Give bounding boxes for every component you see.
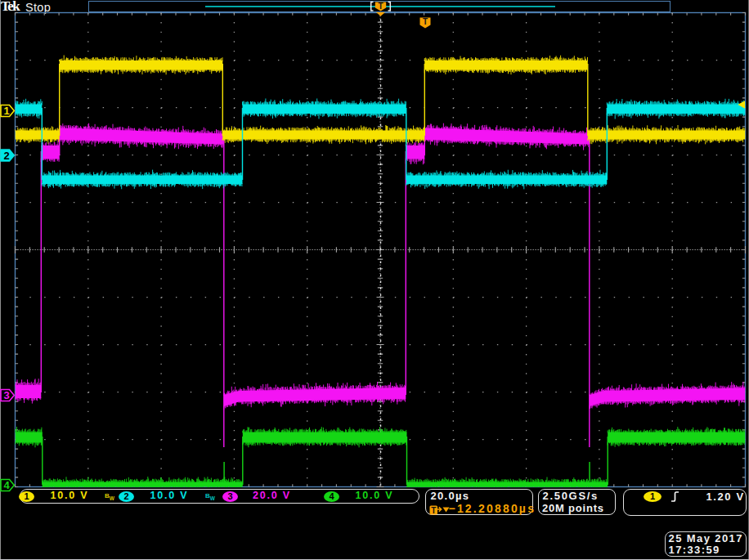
svg-text:4: 4 xyxy=(3,479,10,491)
svg-text:T: T xyxy=(431,505,436,514)
svg-text:3: 3 xyxy=(3,389,9,401)
svg-text:T: T xyxy=(378,2,383,11)
svg-text:T: T xyxy=(423,17,428,26)
svg-text:1: 1 xyxy=(3,105,9,117)
svg-text:2: 2 xyxy=(3,150,9,162)
